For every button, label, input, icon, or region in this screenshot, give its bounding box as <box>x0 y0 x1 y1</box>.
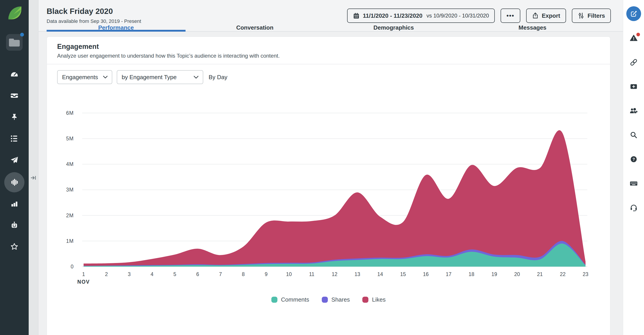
legend-swatch <box>271 297 278 303</box>
search-button[interactable] <box>629 131 638 139</box>
tab-demographics[interactable]: Demographics <box>324 24 463 31</box>
date-range-button[interactable]: 11/1/2020 - 11/23/2020 vs 10/9/2020 - 10… <box>347 9 495 23</box>
x-axis-label: 5 <box>174 271 176 277</box>
y-axis-label: 5M <box>66 136 74 142</box>
page-title: Black Friday 2020 <box>46 7 141 16</box>
export-label: Export <box>542 12 560 19</box>
folder-icon <box>6 34 23 51</box>
support-button[interactable] <box>629 203 638 212</box>
card-header: Engagement Analyze user engagement to un… <box>47 37 610 64</box>
x-axis-label: 19 <box>492 271 497 277</box>
calendar-icon <box>353 12 360 19</box>
filters-icon <box>578 12 584 19</box>
add-users-icon <box>630 107 638 115</box>
gauge-icon <box>10 70 19 79</box>
x-axis-label: 13 <box>354 271 360 277</box>
alert-badge <box>636 33 640 36</box>
add-button[interactable] <box>629 82 638 91</box>
x-axis-label: 9 <box>265 271 268 277</box>
chart-legend: CommentsSharesLikes <box>47 296 610 303</box>
svg-text:?: ? <box>632 157 635 162</box>
header-actions: 11/1/2020 - 11/23/2020 vs 10/9/2020 - 10… <box>347 9 611 23</box>
tab-label: Demographics <box>373 24 414 31</box>
page-subtitle: Data available from Sep 30, 2019 - Prese… <box>46 18 141 24</box>
card-title: Engagement <box>57 43 600 51</box>
sidebar-item-reports[interactable] <box>10 199 19 208</box>
content-area: Engagement Analyze user engagement to un… <box>38 32 623 335</box>
legend-label: Shares <box>332 296 350 303</box>
y-axis-label: 1M <box>66 238 74 244</box>
tab-messages[interactable]: Messages <box>463 24 602 31</box>
sidebar-item-listening-active[interactable] <box>4 172 24 192</box>
sidebar-item-publishing[interactable] <box>10 156 19 165</box>
help-button[interactable]: ? <box>629 155 638 164</box>
y-axis-label: 0 <box>70 264 74 269</box>
x-axis-label: 2 <box>105 271 108 277</box>
link-button[interactable] <box>629 58 638 67</box>
export-button[interactable]: Export <box>526 9 566 23</box>
sidebar-item-inbox[interactable] <box>10 91 19 100</box>
sidebar-item-premium[interactable] <box>10 242 19 251</box>
sidebar-item-automation[interactable] <box>10 221 19 230</box>
sidebar-item-folders[interactable] <box>6 34 23 51</box>
y-axis-label: 2M <box>66 213 74 218</box>
invite-users-button[interactable] <box>629 106 638 115</box>
card-description: Analyze user engagement to understand ho… <box>57 53 600 59</box>
help-icon: ? <box>630 155 638 163</box>
sprout-logo-icon[interactable] <box>5 3 24 22</box>
keyboard-icon <box>630 179 638 188</box>
star-icon <box>10 242 19 251</box>
x-axis-label: 4 <box>150 271 154 277</box>
search-icon <box>630 131 638 139</box>
x-axis-label: 21 <box>537 271 543 277</box>
x-axis-month-label: NOV <box>77 279 90 285</box>
link-icon <box>630 58 638 67</box>
filters-label: Filters <box>588 12 605 19</box>
x-axis-label: 16 <box>423 271 429 277</box>
x-axis-label: 23 <box>582 271 588 277</box>
legend-item-shares[interactable]: Shares <box>322 296 350 303</box>
sidebar-item-feeds[interactable] <box>10 134 19 143</box>
stacked-area-chart[interactable]: 01M2M3M4M5M6M123456789101112131415161718… <box>47 90 610 292</box>
x-axis-label: 3 <box>128 271 131 277</box>
plus-tile-icon <box>630 82 638 91</box>
compose-button[interactable] <box>626 6 641 21</box>
shortcuts-button[interactable] <box>629 179 638 188</box>
alerts-button[interactable] <box>629 34 638 43</box>
x-axis-label: 8 <box>242 271 245 277</box>
x-axis-label: 6 <box>196 271 199 277</box>
x-axis-label: 10 <box>286 271 292 277</box>
tab-conversation[interactable]: Conversation <box>186 24 324 31</box>
metric-dropdown[interactable]: Engagements <box>57 70 112 84</box>
filters-button[interactable]: Filters <box>572 9 611 23</box>
bot-icon <box>10 221 19 230</box>
main-area: Black Friday 2020 Data available from Se… <box>38 0 623 335</box>
engagement-chart: 01M2M3M4M5M6M123456789101112131415161718… <box>47 90 610 312</box>
tab-bar: PerformanceConversationDemographicsMessa… <box>38 24 623 32</box>
sidebar-item-dashboard[interactable] <box>10 70 19 79</box>
x-axis-label: 20 <box>514 271 520 277</box>
date-vs-label: vs 10/9/2020 - 10/31/2020 <box>426 13 489 19</box>
tab-performance[interactable]: Performance <box>46 24 186 31</box>
legend-item-likes[interactable]: Likes <box>362 296 386 303</box>
granularity-label: By Day <box>208 74 228 81</box>
breakdown-dropdown-value: by Engagement Type <box>122 74 176 81</box>
metric-dropdown-value: Engagements <box>62 74 98 81</box>
x-axis-label: 7 <box>219 271 222 277</box>
x-axis-label: 14 <box>377 271 383 277</box>
more-options-button[interactable]: ••• <box>500 9 520 23</box>
y-axis-label: 4M <box>66 161 74 167</box>
compose-icon <box>630 10 638 18</box>
legend-item-comments[interactable]: Comments <box>271 296 309 303</box>
x-axis-label: 18 <box>468 271 474 277</box>
legend-swatch <box>322 297 328 303</box>
breakdown-dropdown[interactable]: by Engagement Type <box>117 70 203 84</box>
date-range-label: 11/1/2020 - 11/23/2020 <box>363 12 422 19</box>
expand-sidebar-icon[interactable] <box>30 174 37 181</box>
legend-label: Likes <box>372 296 386 303</box>
sidebar-item-pinned[interactable] <box>10 113 19 122</box>
area-likes[interactable] <box>84 130 586 267</box>
y-axis-label: 3M <box>66 187 74 193</box>
tab-label: Conversation <box>236 24 274 31</box>
chevron-down-icon <box>103 76 108 79</box>
